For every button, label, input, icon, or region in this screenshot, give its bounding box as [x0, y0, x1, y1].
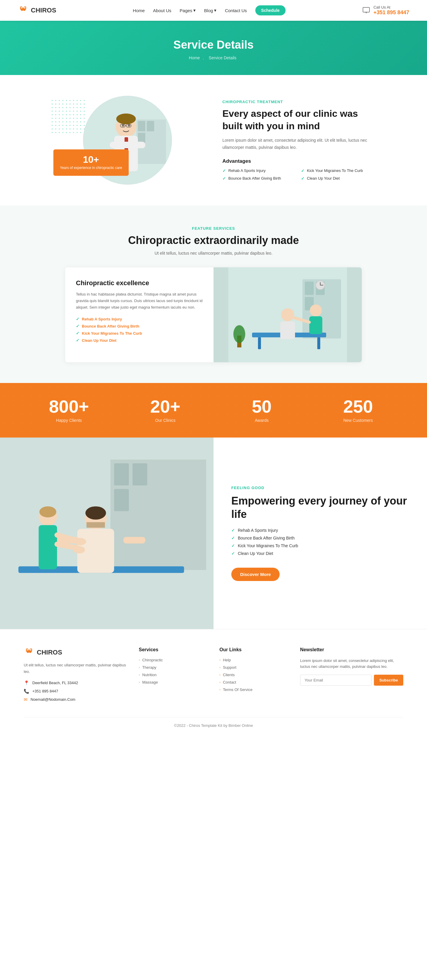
footer-services-list: › Chiropractic › Therapy › Nutrition: [139, 658, 207, 684]
check-icon: ✓: [231, 528, 235, 533]
feature-subtitle: Ut elit tellus, luctus nec ullamcorper m…: [24, 251, 403, 256]
footer-bottom: ©2022 - Chiros Template Kit by Bimber On…: [24, 717, 403, 728]
arrow-icon: ›: [220, 665, 221, 669]
schedule-button[interactable]: Schedule: [255, 5, 285, 16]
feature-services-section: FEATURE SERVICES Chiropractic extraordin…: [0, 205, 427, 383]
empowering-list-item: ✓ Bounce Back After Giving Birth: [231, 536, 409, 540]
link-clients[interactable]: › Clients: [220, 673, 288, 677]
feature-heading: Chiropractic extraordinarily made: [24, 234, 403, 247]
empowering-content: FEELING GOOD Empowering every journey of…: [214, 438, 427, 629]
stat-label: Awards: [217, 418, 307, 423]
chevron-down-icon: ▾: [214, 8, 217, 13]
excellence-content: Chiropractic excellence Tellus in hac ha…: [65, 267, 214, 362]
nav-pages[interactable]: Pages ▾: [180, 8, 196, 13]
empowering-sub-label: FEELING GOOD: [231, 485, 409, 490]
main-nav: Home About Us Pages ▾ Blog ▾ Contact Us …: [133, 5, 285, 16]
nav-blog[interactable]: Blog ▾: [204, 8, 217, 13]
stat-label: Happy Clients: [24, 418, 114, 423]
arrow-icon: ›: [139, 658, 140, 662]
footer: CHIROS Ut elit tellus, luctus nec ullamc…: [0, 629, 427, 737]
header: CHIROS Home About Us Pages ▾ Blog ▾ Cont…: [0, 0, 427, 21]
stat-item-clinics: 20+ Our Clinics: [120, 398, 210, 423]
stat-number: 20+: [120, 398, 210, 415]
nav-contact[interactable]: Contact Us: [225, 8, 247, 13]
link-contact[interactable]: › Contact: [220, 680, 288, 684]
service-link-therapy[interactable]: › Therapy: [139, 665, 207, 670]
footer-logo[interactable]: CHIROS: [24, 647, 127, 658]
svg-rect-53: [123, 537, 145, 543]
svg-rect-34: [317, 337, 320, 349]
logo[interactable]: CHIROS: [18, 5, 56, 16]
footer-phone: 📞 +351 895 8447: [24, 689, 127, 694]
arrow-icon: ›: [220, 688, 221, 691]
svg-rect-44: [114, 463, 129, 485]
check-icon: ✓: [231, 536, 235, 540]
arrow-icon: ›: [220, 658, 221, 662]
link-support[interactable]: › Support: [220, 665, 288, 670]
newsletter-form: Subscribe: [300, 675, 403, 686]
newsletter-text: Lorem ipsum dolor sit amet, consectetur …: [300, 658, 403, 670]
footer-services-col: Services › Chiropractic › Therapy: [139, 647, 207, 705]
newsletter-subscribe-button[interactable]: Subscribe: [374, 675, 403, 686]
service-link-chiropractic[interactable]: › Chiropractic: [139, 658, 207, 662]
breadcrumb: Home . Service Details: [0, 56, 427, 60]
service-link-nutrition[interactable]: › Nutrition: [139, 673, 207, 677]
check-icon: ✓: [76, 324, 80, 328]
stats-grid: 800+ Happy Clients 20+ Our Clinics 50 Aw…: [24, 398, 403, 423]
list-item: › Chiropractic: [139, 658, 207, 662]
breadcrumb-home[interactable]: Home: [189, 56, 200, 60]
discover-button[interactable]: Discover More: [231, 568, 280, 581]
arrow-icon: ›: [139, 680, 140, 684]
intro-heading: Every aspect of our clinic was built wit…: [222, 108, 377, 132]
excellence-list-item: ✓ Kick Your Migraines To The Curb: [76, 331, 203, 336]
nav-about[interactable]: About Us: [153, 8, 171, 13]
link-help[interactable]: › Help: [220, 658, 288, 662]
newsletter-title: Newsletter: [300, 647, 403, 652]
empowering-list-item: ✓ Kick Your Migraines To The Curb: [231, 543, 409, 548]
email-icon: ✉: [24, 697, 27, 702]
check-icon: ✓: [231, 543, 235, 548]
list-item: › Contact: [220, 680, 288, 684]
stat-label: New Customers: [313, 418, 403, 423]
footer-logo-icon: [24, 647, 34, 658]
excellence-list-item: ✓ Rehab A Sports Injury: [76, 317, 203, 321]
svg-point-59: [75, 538, 86, 546]
stat-item-customers: 250 New Customers: [313, 398, 403, 423]
intro-image-wrap: 10+ Years of experience in chiropractic …: [50, 96, 205, 185]
newsletter-email-input[interactable]: [300, 675, 371, 686]
list-item: › Terms Of Service: [220, 687, 288, 692]
svg-point-37: [310, 304, 322, 316]
dot-pattern: [50, 99, 86, 134]
stat-label: Our Clinics: [120, 418, 210, 423]
check-icon: ✓: [76, 331, 80, 336]
empowering-list: ✓ Rehab A Sports Injury ✓ Bounce Back Af…: [231, 528, 409, 559]
logo-icon: [18, 5, 29, 16]
feature-sub-label: FEATURE SERVICES: [24, 226, 403, 231]
nav-home[interactable]: Home: [133, 8, 145, 13]
svg-rect-38: [309, 316, 322, 334]
link-terms[interactable]: › Terms Of Service: [220, 687, 288, 692]
list-item: › Nutrition: [139, 673, 207, 677]
intro-section: 10+ Years of experience in chiropractic …: [0, 75, 427, 205]
check-icon: ✓: [301, 176, 304, 181]
excellence-list-item: ✓ Clean Up Your Diet: [76, 338, 203, 343]
footer-about-text: Ut elit tellus, luctus nec ullamcorper m…: [24, 662, 127, 675]
svg-rect-45: [132, 463, 147, 485]
check-icon: ✓: [222, 169, 226, 173]
stat-item-awards: 50 Awards: [217, 398, 307, 423]
advantages-grid: ✓ Rehab A Sports Injury ✓ Kick Your Migr…: [222, 169, 377, 181]
service-link-massage[interactable]: › Massage: [139, 680, 207, 684]
footer-links-col: Our Links › Help › Support ›: [220, 647, 288, 705]
svg-rect-26: [305, 282, 314, 295]
svg-rect-55: [38, 525, 57, 569]
list-item: › Massage: [139, 680, 207, 684]
advantage-item: ✓ Kick Your Migraines To The Curb: [301, 169, 377, 173]
svg-point-18: [122, 124, 124, 127]
svg-rect-4: [363, 7, 370, 12]
breadcrumb-current: Service Details: [209, 56, 236, 60]
list-item: › Clients: [220, 673, 288, 677]
svg-rect-12: [147, 121, 154, 131]
stat-item-clients: 800+ Happy Clients: [24, 398, 114, 423]
stats-section: 800+ Happy Clients 20+ Our Clinics 50 Aw…: [0, 383, 427, 438]
site-name: CHIROS: [31, 6, 56, 14]
